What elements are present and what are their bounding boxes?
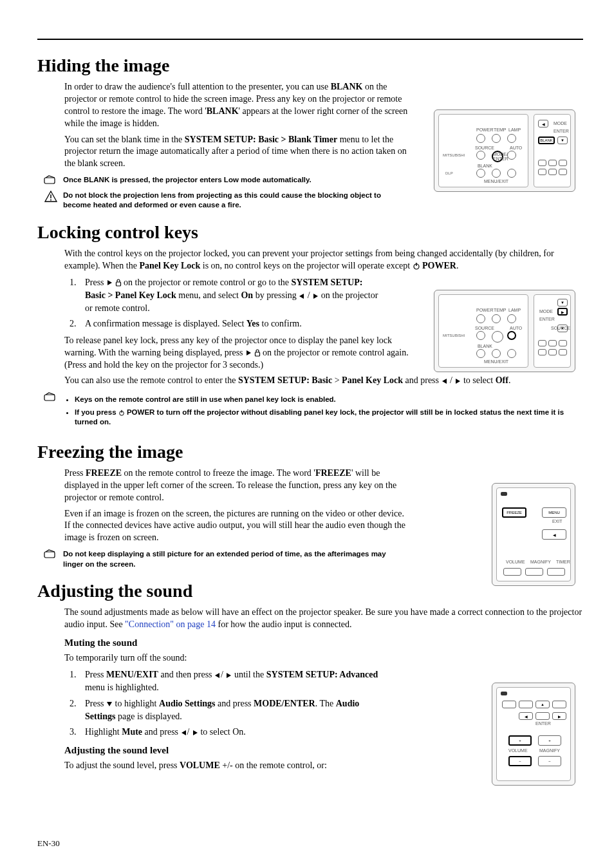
- triangle-right-icon: [312, 293, 319, 299]
- heading-freezing: Freezing the image: [37, 442, 583, 462]
- svg-rect-6: [255, 352, 259, 356]
- muting-step3: Highlight Mute and press / to select On.: [79, 726, 385, 739]
- locking-bullet1: Keys on the remote control are still in …: [75, 395, 583, 405]
- diagram-remote-volume: ▲ ◀ ▶ ENTER + + VOLUME MAGNIFY − −: [492, 683, 575, 786]
- triangle-right-icon: [106, 279, 113, 286]
- top-rule: [37, 39, 583, 40]
- svg-rect-10: [44, 552, 55, 558]
- heading-locking: Locking control keys: [37, 222, 583, 243]
- page-footer: EN-30: [37, 838, 60, 849]
- triangle-right-icon: [192, 730, 198, 736]
- heading-hiding: Hiding the image: [37, 55, 583, 76]
- connection-link[interactable]: "Connection" on page 14: [125, 619, 216, 629]
- triangle-down-icon: [106, 701, 113, 707]
- muting-steps: Press MENU/EXIT and then press / until t…: [37, 668, 385, 739]
- diagram-projector-lock: POWER TEMP LAMP SOURCE AUTO BLANK MENU/E…: [434, 290, 575, 372]
- lock-icon: [254, 349, 261, 357]
- svg-point-2: [50, 199, 51, 200]
- triangle-left-icon: [442, 378, 448, 384]
- triangle-right-icon: [225, 672, 232, 679]
- power-icon: [413, 262, 420, 270]
- hiding-warning: Do not block the projection lens from pr…: [44, 191, 583, 211]
- locking-step2: A confirmation message is displayed. Sel…: [79, 317, 385, 330]
- locking-bullet2: If you press POWER to turn off the proje…: [75, 408, 583, 428]
- svg-rect-0: [44, 178, 55, 184]
- triangle-left-icon: [181, 730, 187, 736]
- muting-intro: To temporarily turn off the sound:: [64, 652, 583, 665]
- muting-step1: Press MENU/EXIT and then press / until t…: [79, 668, 385, 695]
- hiding-para1: In order to draw the audience's full att…: [64, 81, 412, 130]
- muting-step2: Press to highlight Audio Settings and pr…: [79, 697, 385, 724]
- triangle-right-icon: [454, 378, 461, 384]
- diagram-projector-blank: POWER TEMP LAMP SOURCE AUTO MODE/ ENTER …: [434, 109, 575, 192]
- lock-icon: [115, 279, 122, 287]
- svg-rect-5: [116, 282, 120, 286]
- locking-steps: Press on the projector or remote control…: [37, 276, 385, 331]
- warning-icon: [44, 191, 58, 202]
- note-icon: [44, 175, 58, 184]
- hiding-para2: You can set the blank time in the SYSTEM…: [64, 134, 412, 171]
- locking-para4: You can also use the remote control to e…: [64, 375, 583, 387]
- locking-para1: With the control keys on the projector l…: [64, 248, 583, 272]
- svg-rect-7: [44, 395, 55, 401]
- power-icon: [118, 410, 125, 416]
- freezing-para2: Even if an image is frozen on the screen…: [64, 508, 412, 545]
- locking-step1: Press on the projector or remote control…: [79, 276, 385, 316]
- diagram-remote-freeze: FREEZE MENU EXIT ◀ VOLUME MAGNIFY TIMER: [492, 483, 575, 586]
- locking-para3: To release panel key lock, press any key…: [64, 335, 412, 372]
- locking-notes: Keys on the remote control are still in …: [44, 392, 583, 430]
- triangle-left-icon: [214, 672, 221, 679]
- sound-para1: The sound adjustments made as below will…: [64, 607, 583, 631]
- note-icon: [44, 549, 58, 558]
- triangle-right-icon: [245, 350, 252, 356]
- note-icon: [44, 392, 58, 401]
- freezing-para1: Press FREEZE on the remote control to fr…: [64, 467, 412, 504]
- muting-heading: Muting the sound: [64, 637, 583, 648]
- triangle-left-icon: [299, 293, 305, 299]
